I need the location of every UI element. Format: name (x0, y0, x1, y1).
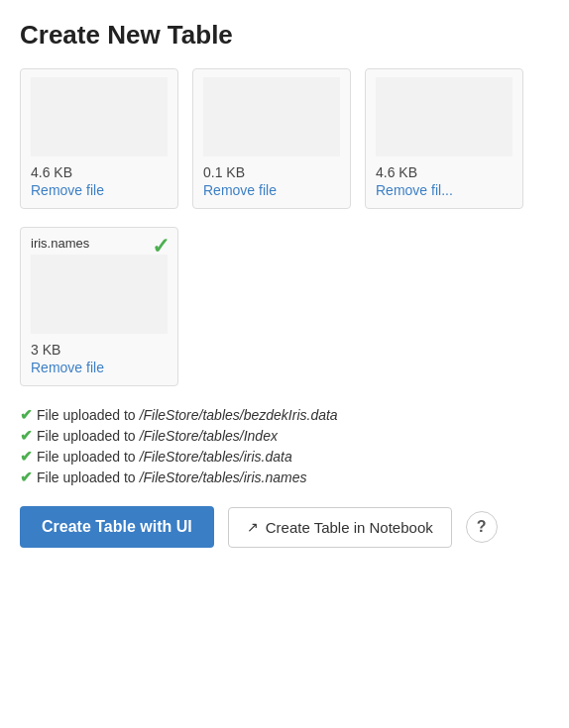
file-card-preview-2 (203, 77, 340, 156)
help-button[interactable]: ? (466, 511, 498, 543)
page-title: Create New Table (20, 20, 549, 51)
file-card-size-2: 0.1 KB (203, 164, 340, 180)
file-card-2: 0.1 KB Remove file (192, 68, 351, 209)
upload-msg-1: ✔ File uploaded to /FileStore/tables/bez… (20, 406, 549, 424)
check-icon-4: ✔ (20, 468, 33, 486)
check-icon-2: ✔ (20, 427, 33, 445)
upload-text-2: File uploaded to (37, 428, 136, 444)
file-cards-row-1: 4.6 KB Remove file 0.1 KB Remove file 4.… (20, 68, 549, 209)
upload-text-3: File uploaded to (37, 449, 136, 465)
file-card-size-iris: 3 KB (31, 342, 168, 358)
create-table-ui-button[interactable]: Create Table with UI (20, 506, 214, 548)
file-card-size-1: 4.6 KB (31, 164, 168, 180)
upload-path-3: /FileStore/tables/iris.data (140, 449, 292, 465)
external-link-icon: ↗ (247, 519, 259, 535)
upload-msg-3: ✔ File uploaded to /FileStore/tables/iri… (20, 448, 549, 466)
check-icon-3: ✔ (20, 448, 33, 466)
remove-file-button-1[interactable]: Remove file (31, 182, 168, 198)
file-card-preview-1 (31, 77, 168, 156)
upload-path-1: /FileStore/tables/bezdekIris.data (140, 407, 338, 423)
bottom-bar: Create Table with UI ↗ Create Table in N… (20, 506, 549, 548)
upload-path-4: /FileStore/tables/iris.names (140, 469, 307, 485)
create-notebook-label: Create Table in Notebook (266, 519, 433, 536)
upload-msg-2: ✔ File uploaded to /FileStore/tables/Ind… (20, 427, 549, 445)
upload-msg-4: ✔ File uploaded to /FileStore/tables/iri… (20, 468, 549, 486)
upload-text-4: File uploaded to (37, 469, 136, 485)
check-icon-1: ✔ (20, 406, 33, 424)
file-cards-row-2: ✓ iris.names 3 KB Remove file (20, 227, 549, 386)
file-card-1: 4.6 KB Remove file (20, 68, 178, 209)
remove-file-button-3[interactable]: Remove fil... (376, 182, 512, 198)
upload-path-2: /FileStore/tables/Index (140, 428, 278, 444)
checkmark-icon: ✓ (152, 234, 170, 260)
file-card-size-3: 4.6 KB (376, 164, 512, 180)
file-card-iris-names: ✓ iris.names 3 KB Remove file (20, 227, 178, 386)
file-card-3: 4.6 KB Remove fil... (365, 68, 523, 209)
remove-file-button-iris[interactable]: Remove file (31, 360, 168, 375)
upload-messages: ✔ File uploaded to /FileStore/tables/bez… (20, 406, 549, 486)
create-table-notebook-button[interactable]: ↗ Create Table in Notebook (228, 507, 452, 548)
remove-file-button-2[interactable]: Remove file (203, 182, 340, 198)
file-card-preview-iris (31, 255, 168, 334)
file-card-name: iris.names (31, 236, 168, 251)
file-card-preview-3 (376, 77, 512, 156)
upload-text-1: File uploaded to (37, 407, 136, 423)
